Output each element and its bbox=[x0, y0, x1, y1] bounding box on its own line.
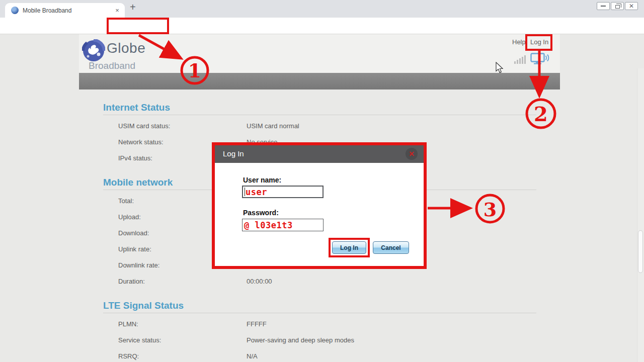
status-row-label: Download: bbox=[118, 229, 149, 237]
cancel-button[interactable]: Cancel bbox=[373, 241, 409, 254]
status-row-value: Power-saving and deep sleep modes bbox=[247, 336, 354, 344]
login-button[interactable]: Log In bbox=[332, 241, 366, 254]
page-scrollbar[interactable] bbox=[637, 68, 644, 362]
site-header: Globe Broadband Help Log In bbox=[79, 34, 560, 73]
tab-close-icon[interactable]: × bbox=[113, 7, 121, 14]
status-row-label: Network status: bbox=[118, 138, 164, 146]
window-minimize-button[interactable] bbox=[597, 2, 610, 10]
status-row-value: N/A bbox=[247, 352, 258, 360]
window-close-button[interactable]: ✕ bbox=[625, 2, 638, 10]
window-restore-button[interactable] bbox=[611, 2, 624, 10]
password-label: Password: bbox=[243, 209, 279, 217]
dialog-close-icon[interactable]: ✕ bbox=[406, 148, 418, 160]
scrollbar-thumb[interactable] bbox=[638, 230, 643, 273]
browser-tab-strip: Mobile Broadband × + ✕ bbox=[0, 0, 644, 18]
status-row-value: 00:00:00 bbox=[247, 278, 272, 285]
main-navigation-bar[interactable] bbox=[79, 73, 560, 89]
signal-strength-icon bbox=[514, 54, 527, 64]
login-dialog-body: User name: user Password: @ l03e1t3 Log … bbox=[215, 163, 424, 266]
password-value: @ l03e1t3 bbox=[244, 220, 293, 230]
status-row-label: Upload: bbox=[118, 213, 141, 221]
section-divider bbox=[103, 313, 536, 313]
status-row-value: No service bbox=[247, 138, 277, 146]
new-tab-button[interactable]: + bbox=[130, 2, 136, 13]
status-row-label: Downlink rate: bbox=[118, 261, 159, 269]
brand-name: Globe bbox=[107, 40, 145, 56]
status-row-label: IPv4 status: bbox=[118, 154, 152, 162]
status-row-label: PLMN: bbox=[118, 320, 138, 328]
device-status-icon bbox=[530, 53, 549, 65]
password-input[interactable]: @ l03e1t3 bbox=[242, 219, 324, 231]
minimize-icon bbox=[601, 6, 606, 7]
login-link[interactable]: Log In bbox=[530, 38, 548, 46]
username-input[interactable]: user bbox=[242, 186, 324, 198]
restore-icon bbox=[615, 5, 620, 9]
status-row-value: USIM card normal bbox=[247, 122, 299, 130]
browser-tab[interactable]: Mobile Broadband × bbox=[5, 3, 125, 18]
login-dialog-title: Log In bbox=[223, 149, 244, 158]
status-row-value: FFFFF bbox=[247, 320, 267, 328]
username-label: User name: bbox=[243, 176, 281, 184]
globe-logo-icon bbox=[82, 39, 105, 62]
status-row-label: Service status: bbox=[118, 336, 161, 344]
brand-subtitle: Broadband bbox=[89, 60, 135, 71]
section-divider bbox=[103, 115, 536, 115]
section-title-internet-status: Internet Status bbox=[103, 102, 170, 113]
text-caret bbox=[245, 188, 245, 196]
tab-favicon-globe-icon bbox=[11, 7, 19, 14]
username-value: user bbox=[246, 187, 267, 197]
tab-title: Mobile Broadband bbox=[23, 7, 71, 14]
status-row-label: USIM card status: bbox=[118, 122, 170, 130]
section-title-mobile-network: Mobile network bbox=[103, 177, 173, 188]
status-row-label: Uplink rate: bbox=[118, 245, 151, 253]
status-row-label: RSRQ: bbox=[118, 352, 139, 360]
login-dialog-titlebar[interactable]: Log In ✕ bbox=[215, 145, 424, 163]
window-close-icon: ✕ bbox=[629, 3, 634, 9]
login-dialog: Log In ✕ User name: user Password: @ l03… bbox=[215, 145, 424, 266]
section-title-lte-signal: LTE Signal Status bbox=[103, 300, 184, 311]
help-link[interactable]: Help bbox=[512, 38, 526, 46]
status-row-label: Total: bbox=[118, 197, 134, 205]
browser-toolbar: ← → Not secure 192.168.254.254 html/over… bbox=[0, 18, 644, 34]
status-row-label: Duration: bbox=[118, 278, 145, 285]
